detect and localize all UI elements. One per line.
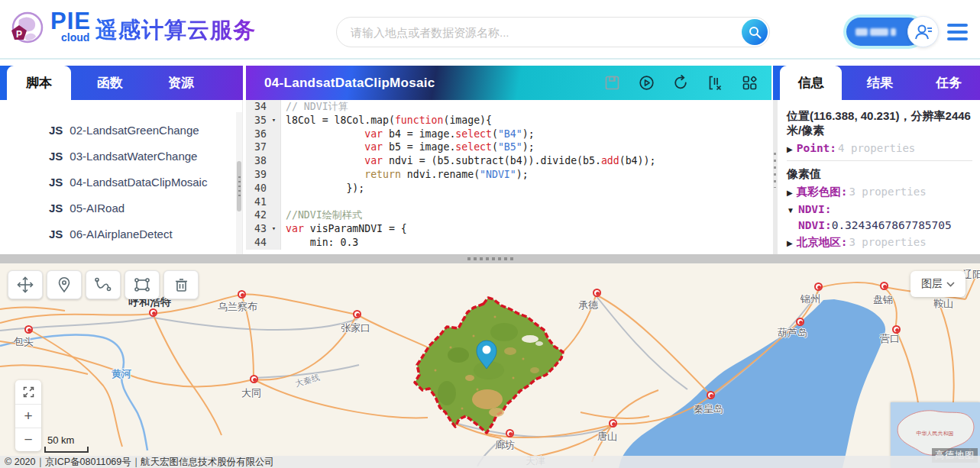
- info-value-row: NDVI:0.3243467867785705: [787, 218, 972, 234]
- city-poi-marker: [238, 290, 246, 299]
- polygon-icon: [134, 277, 150, 292]
- code-line: 38 var ndvi = (b5.subtract(b4)).divide(b…: [246, 154, 771, 168]
- fold-arrow-icon[interactable]: ▾: [269, 222, 279, 236]
- script-item[interactable]: JS04-LandsatDataClipMosaic: [0, 169, 242, 195]
- zoom-in-button[interactable]: +: [15, 404, 41, 428]
- left-tabbar: 脚本 函数 资源: [0, 66, 243, 100]
- marker-tool-button[interactable]: [47, 270, 82, 299]
- city-poi-marker: [814, 282, 823, 291]
- script-item[interactable]: JS03-LandsatWaterChange: [0, 143, 242, 169]
- tab-tasks[interactable]: 任务: [918, 66, 980, 100]
- value-key: NDVI:: [798, 219, 832, 231]
- info-section-title: 位置(116.388, 40.231)，分辨率2446米/像素: [787, 106, 972, 140]
- line-number: 42: [246, 208, 269, 222]
- info-key: 北京地区:: [797, 235, 848, 250]
- info-expand-row[interactable]: ▶Point:4 properties: [787, 140, 972, 157]
- code-text: [281, 195, 286, 209]
- line-number: 37: [246, 140, 269, 154]
- script-panel: JS02-LandsatGreenChangeJS03-LandsatWater…: [0, 100, 243, 254]
- search-input[interactable]: [336, 17, 770, 47]
- js-badge-icon: JS: [49, 124, 63, 137]
- fold-arrow-icon[interactable]: ▾: [269, 114, 279, 127]
- script-name: 02-LandsatGreenChange: [70, 124, 199, 137]
- line-number: 35: [246, 114, 269, 127]
- map-label: 廊坊: [495, 438, 515, 452]
- tab-scripts[interactable]: 脚本: [7, 66, 71, 100]
- tab-results[interactable]: 结果: [849, 66, 910, 100]
- city-poi-marker: [796, 318, 804, 326]
- panel-resize-handle[interactable]: [774, 153, 776, 188]
- layout-icon[interactable]: [742, 75, 758, 91]
- line-gutter: 39: [246, 168, 281, 182]
- map-label: 营口: [880, 332, 900, 346]
- delete-tool-button[interactable]: [163, 270, 199, 299]
- code-text: var ndvi = (b5.subtract(b4)).divide(b5.a…: [281, 154, 655, 168]
- info-muted: 3 properties: [849, 236, 926, 248]
- save-icon[interactable]: [604, 75, 620, 91]
- pan-tool-button[interactable]: [8, 270, 43, 299]
- menu-hamburger-icon[interactable]: [947, 24, 968, 40]
- polyline-icon: [94, 277, 112, 292]
- code-editor[interactable]: 34// NDVI计算35▾l8Col = l8Col.map(function…: [246, 100, 771, 254]
- script-item[interactable]: JS02-LandsatGreenChange: [0, 117, 242, 143]
- info-content: 位置(116.388, 40.231)，分辨率2446米/像素▶Point:4 …: [778, 100, 980, 254]
- pin-icon: [57, 276, 72, 293]
- tab-resources[interactable]: 资源: [149, 66, 213, 100]
- city-poi-marker: [880, 282, 888, 290]
- code-line: 40 });: [246, 182, 771, 195]
- user-avatar[interactable]: [907, 16, 939, 47]
- code-text: });: [281, 182, 364, 195]
- polygon-tool-button[interactable]: [125, 270, 160, 299]
- line-number: 38: [246, 154, 269, 168]
- script-name: 05-AIRoad: [70, 202, 125, 215]
- search-button[interactable]: [742, 19, 768, 45]
- code-text: // NDVI计算: [281, 100, 348, 114]
- fullscreen-button[interactable]: [15, 380, 41, 404]
- expand-arrow-icon: ▶: [787, 189, 793, 197]
- info-section-title: 像素值: [787, 160, 972, 183]
- logo-pie-text: PIE: [50, 11, 91, 32]
- fold-spacer: [269, 100, 279, 114]
- info-expand-row[interactable]: ▶真彩色图:3 properties: [787, 183, 972, 202]
- layers-dropdown-button[interactable]: 图层: [910, 271, 965, 297]
- zoom-out-button[interactable]: −: [15, 428, 41, 451]
- code-text: var visParamNDVI = {: [281, 222, 407, 236]
- fold-spacer: [269, 208, 279, 222]
- city-poi-marker: [707, 391, 715, 399]
- run-icon[interactable]: [639, 75, 655, 91]
- map-canvas[interactable]: 图层 + − 50 km 中华人民共和国 高德地图 © 2020｜京ICP备08…: [0, 263, 980, 468]
- app-logo[interactable]: P PIE cloud 遥感计算云服务: [9, 11, 256, 46]
- clear-output-icon[interactable]: [707, 75, 723, 91]
- expand-arrow-icon: ▼: [787, 206, 794, 215]
- drag-dots: [467, 257, 513, 260]
- map-label: 黄河: [112, 367, 131, 381]
- city-poi-marker: [609, 419, 617, 428]
- fold-spacer: [269, 127, 279, 141]
- code-line: 34// NDVI计算: [246, 100, 771, 114]
- code-text: var b5 = image.select("B5");: [281, 140, 535, 154]
- fold-spacer: [269, 182, 279, 195]
- city-poi-marker: [353, 310, 361, 318]
- code-text: var b4 = image.select("B4");: [281, 127, 535, 141]
- line-gutter: 41: [246, 195, 281, 209]
- reset-icon[interactable]: [673, 75, 689, 91]
- tab-info[interactable]: 信息: [780, 66, 842, 100]
- info-expand-row[interactable]: ▶北京地区:3 properties: [787, 234, 972, 252]
- line-gutter: 37: [246, 140, 281, 154]
- masked-username: [855, 28, 868, 36]
- script-item[interactable]: JS06-AIAirplaneDetect: [0, 221, 242, 247]
- script-item[interactable]: JS05-AIRoad: [0, 195, 242, 221]
- info-muted: 4 properties: [838, 142, 915, 154]
- line-number: 40: [246, 182, 269, 195]
- polyline-tool-button[interactable]: [86, 270, 121, 299]
- script-name: 04-LandsatDataClipMosaic: [70, 176, 207, 189]
- scrollbar[interactable]: [236, 112, 242, 254]
- svg-text:P: P: [16, 29, 22, 40]
- info-expand-row[interactable]: ▼NDVI:: [787, 202, 972, 218]
- horizontal-resize-divider[interactable]: [0, 254, 980, 263]
- map-label: 乌兰察布: [218, 300, 257, 314]
- line-number: 41: [246, 195, 269, 209]
- code-text: min: 0.3: [281, 236, 358, 250]
- tab-functions[interactable]: 函数: [78, 66, 142, 100]
- code-line: 41: [246, 195, 771, 209]
